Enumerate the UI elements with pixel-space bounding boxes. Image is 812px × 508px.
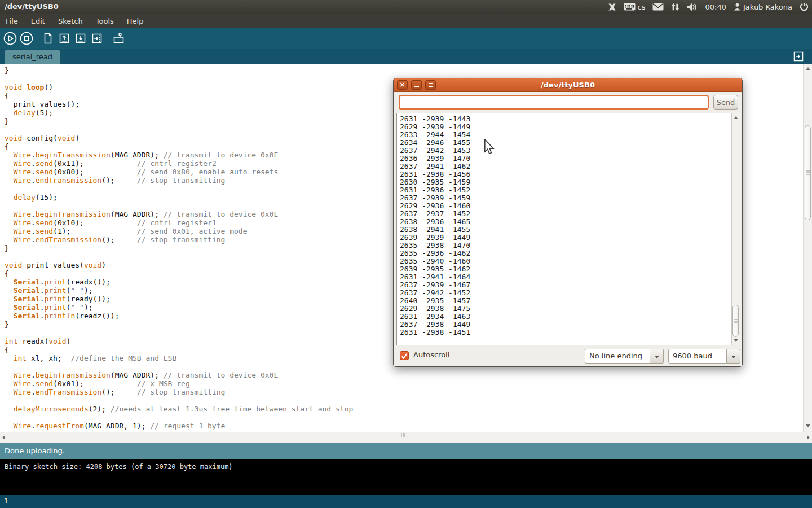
user-menu[interactable]: Jakub Kakona: [734, 3, 792, 11]
scroll-down-icon[interactable]: [734, 339, 738, 342]
serial-scrollbar-thumb[interactable]: [732, 305, 739, 337]
scroll-down-icon[interactable]: [806, 424, 810, 427]
tab-serial-read[interactable]: serial_read: [5, 50, 60, 64]
new-document-icon: [42, 32, 54, 45]
open-arrow-up-icon: [58, 32, 70, 45]
chevron-down-icon: [731, 356, 736, 358]
verify-button[interactable]: [3, 31, 17, 46]
status-bar: Done uploading.: [0, 443, 812, 459]
serial-window-titlebar[interactable]: × /dev/ttyUSB0: [394, 78, 742, 92]
serial-monitor-window: × /dev/ttyUSB0 Send 2631 -2939 -1443 262…: [393, 78, 743, 367]
save-arrow-down-icon: [74, 32, 87, 45]
maximize-button[interactable]: [425, 80, 436, 90]
mail-icon[interactable]: [652, 3, 664, 11]
username: Jakub Kakona: [743, 3, 792, 11]
dropdown-button[interactable]: [650, 349, 664, 364]
serial-output-area[interactable]: 2631 -2939 -1443 2629 -2939 -1449 2633 -…: [396, 113, 740, 345]
serial-input[interactable]: [399, 95, 709, 110]
editor-horizontal-scrollbar[interactable]: [0, 432, 812, 443]
scrollbar-grip: [734, 319, 738, 323]
user-icon: [734, 3, 741, 11]
line-ending-select[interactable]: No line ending: [585, 349, 664, 364]
menu-tools[interactable]: Tools: [96, 17, 114, 25]
minimize-button[interactable]: [411, 80, 422, 90]
scrollbar-grip: [806, 171, 810, 175]
open-sketch-button[interactable]: [57, 31, 72, 46]
upload-button[interactable]: [90, 31, 104, 46]
maximize-icon: [429, 83, 433, 87]
menu-bar: File Edit Sketch Tools Help: [0, 14, 812, 28]
arrow-right-box-icon: [792, 50, 805, 63]
baud-rate-value: 9600 baud: [668, 349, 727, 364]
scroll-up-icon[interactable]: [734, 116, 738, 119]
clock[interactable]: 00:40: [705, 3, 726, 11]
mouse-cursor: [484, 139, 495, 157]
send-button[interactable]: Send: [713, 95, 738, 110]
scroll-left-icon[interactable]: [2, 435, 5, 440]
keyboard-layout-label: cs: [638, 3, 646, 11]
check-icon: [400, 352, 408, 360]
desktop: /dev/ttyUSB0 cs 00:40 Jakub Kakona: [0, 0, 812, 508]
network-arrows-icon[interactable]: [671, 3, 679, 11]
editor-vertical-scrollbar[interactable]: [803, 64, 812, 432]
autoscroll-checkbox[interactable]: [400, 351, 409, 360]
play-circle-icon: [3, 32, 17, 45]
line-ending-value: No line ending: [585, 349, 650, 364]
new-sketch-button[interactable]: [41, 31, 55, 46]
close-button[interactable]: ×: [397, 80, 408, 90]
scroll-up-icon[interactable]: [806, 67, 810, 70]
tab-menu-button[interactable]: [792, 50, 805, 63]
upload-arrow-right-icon: [91, 32, 103, 45]
editor-scrollbar-thumb[interactable]: [805, 125, 811, 220]
close-icon: ×: [398, 81, 407, 89]
tab-strip: serial_read: [0, 49, 812, 64]
keyboard-indicator[interactable]: cs: [624, 3, 646, 11]
dropdown-button[interactable]: [727, 349, 740, 364]
window-controls: ×: [397, 80, 436, 90]
toolbar: [0, 28, 812, 49]
serial-window-title: /dev/ttyUSB0: [394, 78, 742, 92]
save-sketch-button[interactable]: [73, 31, 88, 46]
serial-monitor-controls: Autoscroll No line ending 9600 baud: [394, 345, 742, 367]
menu-sketch[interactable]: Sketch: [58, 17, 83, 25]
top-panel: /dev/ttyUSB0 cs 00:40 Jakub Kakona: [0, 0, 812, 14]
serial-vertical-scrollbar[interactable]: [731, 113, 740, 345]
minimize-icon: [414, 86, 419, 87]
volume-icon[interactable]: [687, 3, 698, 11]
menu-edit[interactable]: Edit: [31, 17, 45, 25]
window-title: /dev/ttyUSB0: [5, 0, 59, 14]
scroll-right-icon[interactable]: [807, 435, 810, 440]
stop-circle-icon: [20, 32, 33, 45]
serial-monitor-icon: [112, 32, 125, 45]
messaging-applet-icon[interactable]: [608, 3, 616, 11]
line-number-indicator: 1: [0, 495, 812, 508]
chevron-down-icon: [655, 356, 659, 358]
text-caret: [403, 98, 403, 107]
baud-rate-select[interactable]: 9600 baud: [668, 349, 740, 364]
session-gear-icon[interactable]: [800, 2, 809, 11]
menu-help[interactable]: Help: [127, 17, 144, 25]
keyboard-layout-icon: [624, 3, 636, 11]
scrollbar-grip: [401, 433, 405, 437]
indicator-area: cs 00:40 Jakub Kakona: [608, 0, 809, 14]
menu-file[interactable]: File: [6, 17, 18, 25]
serial-monitor-button[interactable]: [111, 31, 126, 46]
stop-button[interactable]: [19, 31, 34, 46]
serial-output: 2631 -2939 -1443 2629 -2939 -1449 2633 -…: [400, 115, 470, 336]
console-output: Binary sketch size: 4208 bytes (of a 307…: [0, 459, 812, 495]
code-area[interactable]: } void loop() { print_values(); delay(5)…: [5, 66, 353, 430]
autoscroll-label: Autoscroll: [413, 351, 449, 359]
